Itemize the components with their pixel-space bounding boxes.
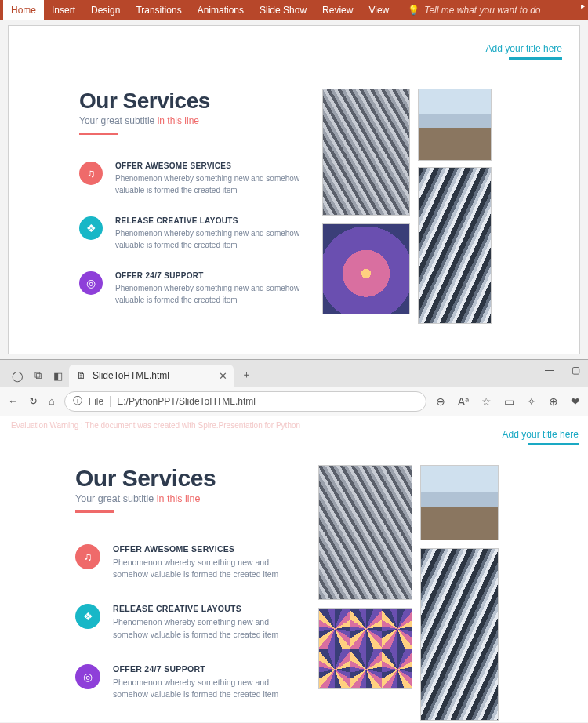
home-button[interactable]: ⌂ bbox=[49, 395, 55, 407]
ribbon-tab-slideshow[interactable]: Slide Show bbox=[252, 0, 314, 20]
service-title: RELEASE CREATIVE LAYOUTS bbox=[113, 604, 293, 613]
zoom-out-icon[interactable]: ⊖ bbox=[436, 395, 445, 408]
read-aloud-icon[interactable]: Aᵃ bbox=[458, 395, 469, 408]
url-path: E:/PythonPPT/SlideToHTML.html bbox=[117, 396, 256, 407]
service-desc: Phenomenon whereby something new and som… bbox=[115, 228, 303, 251]
new-tab-button[interactable]: ＋ bbox=[238, 368, 254, 382]
page-image-building1 bbox=[318, 465, 412, 600]
subtitle-pre: Your great subtitle bbox=[75, 493, 157, 504]
lightbulb-icon: 💡 bbox=[408, 5, 419, 16]
back-button[interactable]: ← bbox=[8, 395, 18, 407]
tell-me-search[interactable]: Tell me what you want to do bbox=[424, 5, 540, 16]
favorite-icon[interactable]: ☆ bbox=[481, 395, 492, 408]
page-image-skyline bbox=[420, 465, 499, 540]
browser-tabbar: ◯ ⧉ ◧ 🗎 SlideToHTML.html ✕ ＋ — ▢ bbox=[0, 360, 588, 387]
ribbon-tab-design[interactable]: Design bbox=[83, 0, 128, 20]
service-item: ♫ OFFER AWESOME SERVICES Phenomenon wher… bbox=[75, 544, 310, 580]
headphones-icon: ♫ bbox=[79, 162, 103, 185]
page-title-underline bbox=[528, 443, 579, 445]
page-image-highway bbox=[318, 608, 412, 689]
refresh-button[interactable]: ↻ bbox=[29, 395, 38, 407]
performance-icon[interactable]: ❤ bbox=[571, 395, 580, 408]
maximize-button[interactable]: ▢ bbox=[572, 365, 580, 376]
headphones-icon: ♫ bbox=[75, 544, 100, 569]
service-desc: Phenomenon whereby something new and som… bbox=[115, 283, 303, 306]
lifebuoy-icon: ◎ bbox=[75, 664, 100, 689]
browser-page: Evaluation Warning : The document was cr… bbox=[0, 416, 588, 722]
slide-image-skyline[interactable] bbox=[418, 89, 492, 161]
service-item: ◎ OFFER 24/7 SUPPORT Phenomenon whereby … bbox=[75, 664, 310, 700]
ribbon-tab-insert[interactable]: Insert bbox=[44, 0, 83, 20]
profile-icon[interactable]: ◯ bbox=[11, 369, 24, 382]
service-desc: Phenomenon whereby something new and som… bbox=[115, 173, 303, 196]
slide-title-placeholder[interactable]: Add your title here bbox=[486, 43, 562, 54]
service-desc: Phenomenon whereby something new and som… bbox=[113, 557, 293, 580]
page-heading-underline bbox=[75, 510, 114, 513]
service-title: OFFER 24/7 SUPPORT bbox=[115, 271, 303, 280]
slide-image-tower[interactable] bbox=[418, 167, 492, 324]
page-title-placeholder: Add your title here bbox=[503, 429, 579, 440]
ribbon-tab-home[interactable]: Home bbox=[3, 0, 44, 20]
evaluation-warning: Evaluation Warning : The document was cr… bbox=[11, 421, 300, 430]
page-image-tower bbox=[420, 548, 499, 721]
subtitle-accent: in this line bbox=[158, 115, 199, 126]
file-icon: 🗎 bbox=[77, 370, 86, 381]
title-underline bbox=[509, 57, 562, 60]
slide-left-column: Our Services Your great subtitle in this… bbox=[79, 89, 314, 338]
minimize-button[interactable]: — bbox=[545, 365, 554, 376]
page-content: Our Services Your great subtitle in this… bbox=[75, 465, 572, 722]
page-image-grid bbox=[318, 465, 572, 722]
layers-icon: ❖ bbox=[79, 216, 103, 240]
service-title: OFFER AWESOME SERVICES bbox=[113, 544, 293, 554]
ribbon-tab-view[interactable]: View bbox=[361, 0, 397, 20]
collections-icon[interactable]: ▭ bbox=[504, 395, 514, 408]
service-item: ❖ RELEASE CREATIVE LAYOUTS Phenomenon wh… bbox=[79, 216, 314, 251]
slide-image-highway[interactable] bbox=[322, 223, 410, 314]
slide-image-grid bbox=[322, 89, 556, 338]
slide-heading[interactable]: Our Services bbox=[79, 89, 314, 114]
service-item: ◎ OFFER 24/7 SUPPORT Phenomenon whereby … bbox=[79, 271, 314, 306]
page-left-column: Our Services Your great subtitle in this… bbox=[75, 465, 310, 722]
ribbon-tab-animations[interactable]: Animations bbox=[190, 0, 252, 20]
service-item: ❖ RELEASE CREATIVE LAYOUTS Phenomenon wh… bbox=[75, 604, 310, 640]
favorites-bar-icon[interactable]: ✧ bbox=[527, 395, 536, 408]
lifebuoy-icon: ◎ bbox=[79, 271, 103, 295]
url-scheme: File bbox=[89, 396, 111, 407]
info-icon[interactable]: ⓘ bbox=[73, 394, 82, 408]
page-heading: Our Services bbox=[75, 465, 310, 492]
subtitle-pre: Your great subtitle bbox=[79, 115, 158, 126]
service-desc: Phenomenon whereby something new and som… bbox=[113, 616, 293, 640]
tab-actions-icon[interactable]: ◧ bbox=[52, 369, 64, 382]
heading-underline bbox=[79, 133, 118, 135]
page-subtitle: Your great subtitle in this line bbox=[75, 493, 310, 504]
slide-image-building1[interactable] bbox=[322, 89, 410, 216]
service-title: OFFER 24/7 SUPPORT bbox=[113, 664, 293, 674]
tab-title: SlideToHTML.html bbox=[93, 370, 169, 381]
slide-subtitle[interactable]: Your great subtitle in this line bbox=[79, 115, 314, 126]
workspaces-icon[interactable]: ⧉ bbox=[31, 369, 44, 382]
page-services-list: ♫ OFFER AWESOME SERVICES Phenomenon wher… bbox=[75, 544, 310, 700]
service-desc: Phenomenon whereby something new and som… bbox=[113, 677, 293, 700]
subtitle-accent: in this line bbox=[157, 493, 201, 504]
slide-canvas[interactable]: Add your title here Our Services Your gr… bbox=[8, 25, 580, 354]
slide-content: Our Services Your great subtitle in this… bbox=[79, 89, 556, 338]
ribbon-corner-icon[interactable]: ▸ bbox=[581, 2, 585, 10]
layers-icon: ❖ bbox=[75, 604, 100, 629]
address-bar[interactable]: ⓘ File E:/PythonPPT/SlideToHTML.html bbox=[64, 391, 426, 412]
browser-tab[interactable]: 🗎 SlideToHTML.html ✕ bbox=[69, 365, 234, 387]
ribbon-tab-transitions[interactable]: Transitions bbox=[128, 0, 189, 20]
service-item: ♫ OFFER AWESOME SERVICES Phenomenon wher… bbox=[79, 162, 314, 196]
browser-toolbar: ← ↻ ⌂ ⓘ File E:/PythonPPT/SlideToHTML.ht… bbox=[0, 387, 588, 416]
extensions-icon[interactable]: ⊕ bbox=[549, 395, 558, 408]
ribbon-tab-review[interactable]: Review bbox=[314, 0, 361, 20]
close-tab-icon[interactable]: ✕ bbox=[219, 370, 227, 382]
services-list: ♫ OFFER AWESOME SERVICES Phenomenon wher… bbox=[79, 162, 314, 306]
service-title: OFFER AWESOME SERVICES bbox=[115, 162, 303, 170]
browser-window: ◯ ⧉ ◧ 🗎 SlideToHTML.html ✕ ＋ — ▢ ← ↻ ⌂ ⓘ… bbox=[0, 359, 588, 721]
service-title: RELEASE CREATIVE LAYOUTS bbox=[115, 216, 303, 225]
powerpoint-ribbon: Home Insert Design Transitions Animation… bbox=[0, 0, 588, 20]
